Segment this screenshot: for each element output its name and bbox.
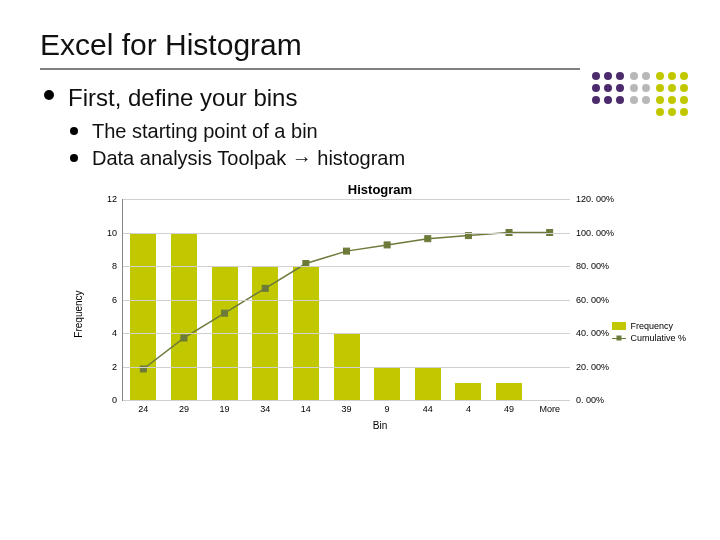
y-tick-left: 12	[107, 194, 123, 204]
y-tick-right: 100. 00%	[570, 228, 614, 238]
svg-rect-34	[425, 236, 431, 242]
legend-label-0: Frequency	[630, 321, 673, 331]
x-tick: 4	[466, 400, 471, 414]
svg-point-1	[604, 72, 612, 80]
svg-point-2	[616, 72, 624, 80]
svg-point-10	[642, 72, 650, 80]
y-tick-left: 6	[112, 295, 123, 305]
svg-point-20	[680, 84, 688, 92]
y-tick-right: 0. 00%	[570, 395, 604, 405]
x-tick: 49	[504, 400, 514, 414]
bar	[171, 233, 197, 401]
y-tick-right: 60. 00%	[570, 295, 609, 305]
bar	[374, 367, 400, 401]
y-tick-left: 2	[112, 362, 123, 372]
svg-point-0	[592, 72, 600, 80]
svg-point-15	[656, 72, 664, 80]
svg-point-17	[680, 72, 688, 80]
svg-point-26	[680, 108, 688, 116]
y-tick-left: 0	[112, 395, 123, 405]
x-tick: More	[539, 400, 560, 414]
x-tick: 39	[341, 400, 351, 414]
svg-rect-33	[384, 242, 390, 248]
x-tick: 19	[220, 400, 230, 414]
bullet-l1: First, define your bins	[68, 84, 297, 111]
bar	[455, 383, 481, 400]
y-tick-left: 10	[107, 228, 123, 238]
y-tick-right: 40. 00%	[570, 328, 609, 338]
y-tick-left: 8	[112, 261, 123, 271]
bar	[415, 367, 441, 401]
x-tick: 34	[260, 400, 270, 414]
y-tick-right: 120. 00%	[570, 194, 614, 204]
bar	[496, 383, 522, 400]
y-axis-label: Frequency	[73, 290, 84, 337]
legend-swatch-line	[612, 334, 626, 342]
svg-point-23	[680, 96, 688, 104]
bullet-l2-0: The starting point of a bin	[92, 120, 318, 142]
y-tick-right: 80. 00%	[570, 261, 609, 271]
plot-area: 00. 00%220. 00%440. 00%660. 00%880. 00%1…	[122, 199, 570, 401]
x-tick: 44	[423, 400, 433, 414]
bullet-list: First, define your bins The starting poi…	[40, 84, 680, 170]
bar	[130, 233, 156, 401]
x-tick: 14	[301, 400, 311, 414]
legend-label-1: Cumulative %	[630, 333, 686, 343]
legend-swatch-bar	[612, 322, 626, 330]
title-divider	[40, 68, 580, 70]
chart-legend: Frequency Cumulative %	[612, 319, 686, 345]
slide-title: Excel for Histogram	[40, 28, 680, 62]
svg-rect-32	[344, 248, 350, 254]
x-tick: 29	[179, 400, 189, 414]
y-tick-left: 4	[112, 328, 123, 338]
y-tick-right: 20. 00%	[570, 362, 609, 372]
svg-point-16	[668, 72, 676, 80]
svg-point-9	[630, 72, 638, 80]
x-tick: 9	[385, 400, 390, 414]
x-axis-label: Bin	[373, 420, 387, 431]
x-tick: 24	[138, 400, 148, 414]
chart-container: Histogram Frequency 00. 00%220. 00%440. …	[80, 182, 680, 429]
bullet-l2-1: Data analysis Toolpak → histogram	[92, 147, 405, 169]
